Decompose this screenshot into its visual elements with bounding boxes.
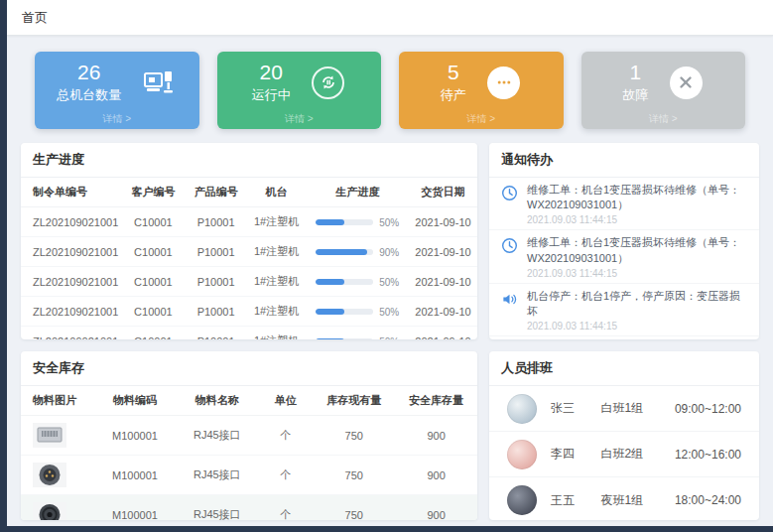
column-header: 机台 — [247, 178, 307, 207]
running-icon — [311, 65, 346, 100]
column-header: 物料编码 — [94, 386, 177, 416]
clock-icon — [501, 183, 519, 225]
progress-label: 50% — [379, 336, 399, 339]
safety-stock-cell: 900 — [395, 456, 477, 495]
stat-value: 20 — [252, 61, 291, 84]
stat-card-fault[interactable]: 1 故障 详情 > — [581, 52, 746, 129]
staff-name: 王五 — [551, 492, 587, 509]
table-row: M100001 RJ45接口 个 750 900 — [21, 456, 477, 495]
unit-cell: 个 — [258, 416, 313, 456]
customer-cell: C10001 — [121, 237, 185, 267]
production-table: 制令单编号 客户编号 产品编号 机台 生产进度 交货日期 ZL202109021… — [21, 178, 477, 339]
footer-edge — [0, 526, 773, 532]
main-content: 26 总机台数量 详情 > — [7, 52, 773, 520]
tab-home[interactable]: 首页 — [22, 9, 48, 27]
stat-card-waiting[interactable]: 5 待产 详情 > — [399, 52, 564, 129]
order-cell: ZL202109021001 — [21, 327, 121, 340]
material-name-cell: RJ45接口 — [176, 456, 258, 495]
column-header: 安全库存量 — [395, 386, 477, 416]
material-code-cell: M100001 — [94, 456, 177, 495]
table-row: ZL202109021001 C10001 P10001 1#注塑机 50% 2… — [21, 267, 477, 297]
speaker-icon — [501, 289, 519, 332]
panel-title: 人员排班 — [489, 351, 759, 386]
machine-cell: 1#注塑机 — [247, 267, 307, 297]
inventory-table: 物料图片 物料编码 物料名称 单位 库存现有量 安全库存量 — [21, 386, 477, 520]
notice-text: 机台停产：机台1停产，停产原因：变压器损坏 — [527, 289, 747, 319]
panel-grid: 生产进度 制令单编号 客户编号 产品编号 机台 生产进度 交货日期 — [21, 143, 759, 520]
product-cell: P10001 — [186, 207, 247, 237]
stat-value: 26 — [57, 61, 121, 84]
material-code-cell: M100001 — [94, 416, 177, 456]
table-header-row: 制令单编号 客户编号 产品编号 机台 生产进度 交货日期 — [21, 178, 477, 207]
progress-bar — [316, 338, 373, 339]
detail-link[interactable]: 详情 > — [581, 112, 746, 126]
progress-cell: 50% — [306, 327, 409, 340]
staff-schedule-panel: 人员排班 张三 白班1组 09:00~12:00 李四 白班2组 12:00~1… — [489, 351, 759, 520]
notice-item[interactable]: 维修工单：机台1变压器损坏待维修（单号：WX202109031001） 2021… — [489, 178, 759, 230]
date-cell: 2021-09-10 — [409, 327, 477, 340]
stock-cell: 750 — [313, 416, 395, 456]
column-header: 交货日期 — [409, 178, 477, 207]
machine-cell: 1#注塑机 — [247, 237, 307, 267]
detail-link[interactable]: 详情 > — [399, 112, 564, 126]
stat-label: 运行中 — [252, 86, 291, 104]
column-header: 物料名称 — [176, 386, 258, 416]
stat-card-total-machines[interactable]: 26 总机台数量 详情 > — [35, 52, 199, 129]
staff-row: 张三 白班1组 09:00~12:00 — [489, 386, 759, 432]
date-cell: 2021-09-10 — [409, 237, 477, 267]
progress-label: 50% — [379, 277, 399, 288]
progress-bar — [316, 219, 373, 225]
table-row: ZL202109021001 C10001 P10001 1#注塑机 50% 2… — [21, 327, 477, 340]
date-cell: 2021-09-10 — [409, 297, 477, 327]
machine-cell: 1#注塑机 — [247, 327, 307, 340]
customer-cell: C10001 — [121, 297, 185, 327]
panel-title: 生产进度 — [21, 143, 477, 178]
progress-label: 50% — [379, 217, 399, 228]
detail-link[interactable]: 详情 > — [217, 112, 382, 126]
clock-icon — [501, 235, 519, 278]
staff-shift: 夜班1组 — [601, 492, 661, 509]
staff-time: 09:00~12:00 — [675, 402, 741, 416]
customer-cell: C10001 — [121, 267, 185, 297]
progress-cell: 90% — [306, 237, 409, 267]
stat-label: 待产 — [441, 86, 466, 104]
customer-cell: C10001 — [121, 207, 185, 237]
production-progress-panel: 生产进度 制令单编号 客户编号 产品编号 机台 生产进度 交货日期 — [21, 143, 477, 339]
detail-link[interactable]: 详情 > — [35, 112, 199, 126]
unit-cell: 个 — [258, 495, 313, 521]
panel-title: 通知待办 — [489, 143, 759, 178]
staff-name: 李四 — [551, 446, 587, 463]
stat-card-running[interactable]: 20 运行中 — [217, 52, 382, 129]
machine-cell: 1#注塑机 — [247, 297, 307, 327]
avatar — [507, 485, 537, 515]
material-name-cell: RJ45接口 — [176, 495, 258, 521]
stat-cards: 26 总机台数量 详情 > — [21, 52, 759, 129]
notice-item[interactable]: 计划暂停：机台1生产计划已暂停 2021.09.03 11:44:15 — [489, 336, 759, 339]
notice-text: 维修工单：机台1变压器损坏待维修（单号：WX202109031001） — [527, 235, 747, 265]
date-cell: 2021-09-10 — [409, 267, 477, 297]
top-header: 首页 — [7, 0, 773, 36]
progress-bar — [316, 279, 373, 285]
column-header: 生产进度 — [306, 178, 409, 207]
material-image-cell — [21, 495, 94, 521]
waiting-icon — [486, 65, 522, 100]
staff-shift: 白班2组 — [601, 446, 661, 463]
staff-time: 12:00~16:00 — [675, 448, 741, 462]
notice-item[interactable]: 机台停产：机台1停产，停产原因：变压器损坏 2021.09.03 11:44:1… — [489, 284, 759, 336]
progress-cell: 50% — [306, 267, 409, 297]
material-image-cell — [21, 456, 94, 495]
notices-panel: 通知待办 维修工单：机台1变压器损坏待维修（单号：WX202109031001）… — [489, 143, 759, 339]
stat-value: 5 — [441, 61, 466, 84]
fault-icon — [668, 65, 704, 100]
date-cell: 2021-09-10 — [409, 207, 477, 237]
notice-time: 2021.09.03 11:44:15 — [527, 268, 747, 279]
avatar — [507, 440, 537, 469]
safety-inventory-panel: 安全库存 物料图片 物料编码 物料名称 单位 库存现有量 安全库存量 — [21, 351, 477, 520]
table-row: ZL202109021001 C10001 P10001 1#注塑机 50% 2… — [21, 297, 477, 327]
notice-list: 维修工单：机台1变压器损坏待维修（单号：WX202109031001） 2021… — [489, 178, 759, 339]
table-row: M100001 RJ45接口 个 750 900 — [21, 416, 477, 456]
stock-cell: 750 — [313, 456, 395, 495]
material-name-cell: RJ45接口 — [176, 416, 258, 456]
material-image-cell — [21, 416, 94, 456]
notice-item[interactable]: 维修工单：机台1变压器损坏待维修（单号：WX202109031001） 2021… — [489, 230, 759, 283]
